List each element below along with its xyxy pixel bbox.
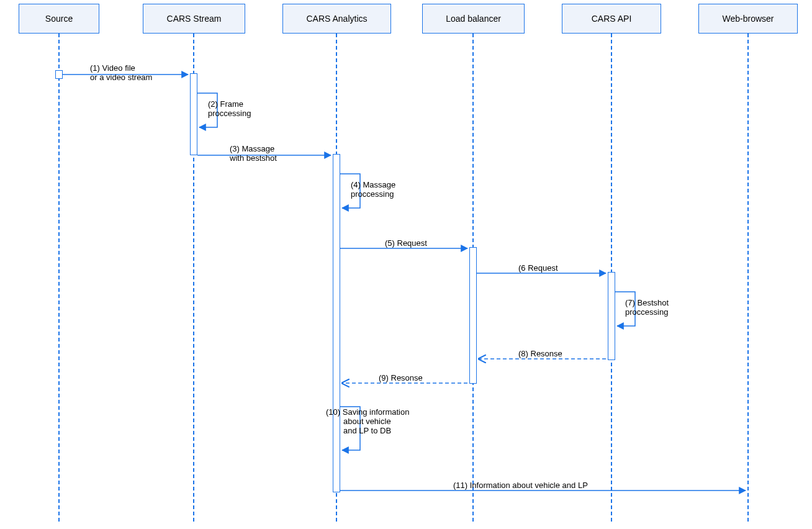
- msg-4-label: (4) Massage proccessing: [351, 180, 395, 199]
- participant-cars-stream: CARS Stream: [143, 4, 245, 34]
- activation-load-balancer: [469, 247, 477, 384]
- participant-label: CARS API: [592, 14, 632, 24]
- participant-label: Source: [45, 14, 73, 24]
- msg-6-label: (6 Request: [518, 263, 558, 273]
- participant-cars-analytics: CARS Analytics: [282, 4, 391, 34]
- participant-web-browser: Web-browser: [698, 4, 798, 34]
- participant-label: CARS Analytics: [306, 14, 367, 24]
- msg-9-label: (9) Resonse: [379, 373, 423, 382]
- activation-cars-api: [608, 272, 615, 360]
- msg-8-label: (8) Resonse: [518, 349, 562, 358]
- msg-2-label: (2) Frame proccessing: [208, 99, 251, 118]
- activation-cars-analytics: [333, 154, 340, 492]
- participant-label: Web-browser: [723, 14, 774, 24]
- participant-cars-api: CARS API: [562, 4, 661, 34]
- lifeline-source: [58, 34, 60, 522]
- lifeline-web-browser: [747, 34, 749, 522]
- participant-load-balancer: Load balancer: [422, 4, 525, 34]
- participant-source: Source: [19, 4, 99, 34]
- msg-11-label: (11) Information about vehicle and LP: [453, 481, 588, 490]
- activation-cars-stream: [190, 73, 197, 155]
- msg-5-label: (5) Request: [385, 238, 427, 248]
- msg-10-label: (10) Saving information about vehicle an…: [326, 407, 409, 435]
- participant-label: CARS Stream: [167, 14, 222, 24]
- participant-label: Load balancer: [446, 14, 501, 24]
- msg-1-label: (1) Video file or a video stream: [90, 63, 152, 82]
- msg-7-label: (7) Bestshot proccessing: [625, 298, 669, 317]
- activation-source: [55, 70, 63, 79]
- msg-3-label: (3) Massage with bestshot: [230, 144, 277, 163]
